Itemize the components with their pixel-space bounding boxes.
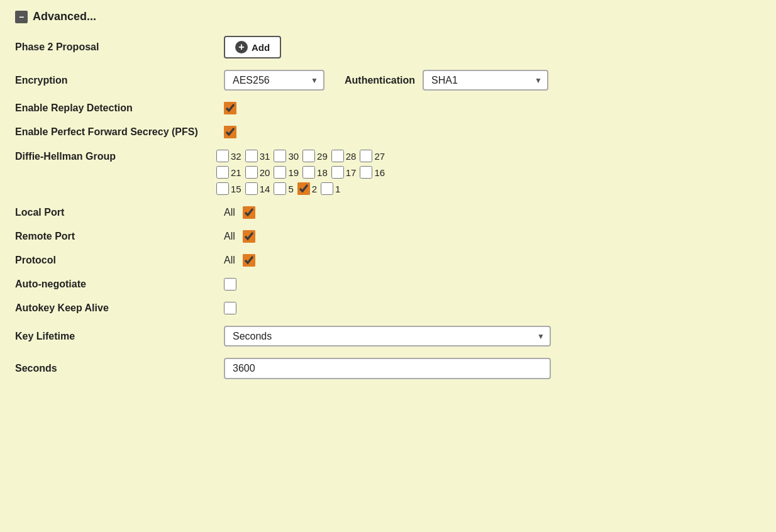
dh-item-27: 27 — [360, 150, 385, 162]
dh-item-28: 28 — [331, 150, 357, 162]
autokey-keep-alive-checkbox[interactable] — [224, 302, 236, 314]
dh-checkbox-1[interactable] — [321, 182, 333, 195]
phase2-proposal-row: Phase 2 Proposal + Add — [15, 36, 761, 58]
dh-item-20: 20 — [245, 166, 270, 179]
dh-label-17: 17 — [346, 167, 357, 178]
dh-item-15: 15 — [216, 182, 241, 195]
dh-row-3: 15 14 5 2 1 — [216, 182, 385, 195]
dh-label-20: 20 — [260, 167, 270, 178]
dh-item-21: 21 — [216, 166, 241, 179]
dh-label-14: 14 — [260, 184, 270, 194]
dh-label-32: 32 — [231, 151, 241, 162]
remote-port-all-label: All — [224, 231, 235, 242]
dh-item-29: 29 — [302, 150, 328, 162]
dh-checkbox-27[interactable] — [360, 150, 372, 162]
autokey-keep-alive-row: Autokey Keep Alive — [15, 302, 761, 314]
dh-row-2: 21 20 19 18 17 16 — [216, 166, 385, 179]
dh-checkbox-18[interactable] — [302, 166, 315, 179]
local-port-row: Local Port All — [15, 206, 761, 219]
pfs-label: Enable Perfect Forward Secrecy (PFS) — [15, 126, 216, 138]
key-lifetime-row: Key Lifetime Seconds Minutes Hours Days … — [15, 326, 761, 346]
dh-checkbox-14[interactable] — [245, 182, 258, 195]
dh-label-30: 30 — [288, 151, 299, 162]
dh-item-32: 32 — [216, 150, 241, 162]
authentication-select[interactable]: SHA1 SHA256 SHA512 MD5 — [423, 70, 548, 91]
dh-label-28: 28 — [346, 151, 357, 162]
dh-checkbox-20[interactable] — [245, 166, 258, 179]
pfs-checkbox[interactable] — [224, 126, 236, 138]
remote-port-row: Remote Port All — [15, 230, 761, 243]
dh-item-31: 31 — [245, 150, 270, 162]
encryption-label: Encryption — [15, 75, 216, 86]
protocol-all-checkbox[interactable] — [243, 254, 255, 267]
local-port-all-checkbox[interactable] — [243, 206, 255, 219]
encryption-auth-row: Encryption AES256 AES128 3DES DES ▼ Auth… — [15, 70, 761, 91]
auto-negotiate-checkbox[interactable] — [224, 278, 236, 291]
auth-group: Authentication SHA1 SHA256 SHA512 MD5 ▼ — [345, 70, 548, 91]
dh-row-1: 32 31 30 29 28 27 — [216, 150, 385, 162]
section-title: Advanced... — [33, 10, 96, 23]
dh-label-1: 1 — [335, 184, 340, 194]
dh-item-16: 16 — [360, 166, 385, 179]
dh-item-1: 1 — [321, 182, 340, 195]
key-lifetime-label: Key Lifetime — [15, 331, 216, 342]
seconds-row: Seconds 3600 — [15, 358, 761, 379]
dh-item-18: 18 — [302, 166, 328, 179]
auto-negotiate-label: Auto-negotiate — [15, 279, 216, 290]
replay-detection-checkbox[interactable] — [224, 102, 236, 114]
protocol-row: Protocol All — [15, 254, 761, 267]
add-button[interactable]: + Add — [224, 36, 281, 58]
dh-label-5: 5 — [288, 184, 293, 194]
dh-label-18: 18 — [317, 167, 328, 178]
replay-detection-row: Enable Replay Detection — [15, 102, 761, 114]
dh-item-5: 5 — [274, 182, 293, 195]
dh-checkbox-30[interactable] — [274, 150, 286, 162]
phase2-proposal-label: Phase 2 Proposal — [15, 42, 216, 53]
encryption-select[interactable]: AES256 AES128 3DES DES — [224, 70, 324, 91]
diffie-hellman-label: Diffie-Hellman Group — [15, 150, 216, 162]
dh-label-21: 21 — [231, 167, 241, 178]
dh-checkbox-5[interactable] — [274, 182, 286, 195]
diffie-hellman-row: Diffie-Hellman Group 32 31 30 29 28 — [15, 150, 761, 195]
dh-group-container: 32 31 30 29 28 27 — [216, 150, 385, 195]
pfs-row: Enable Perfect Forward Secrecy (PFS) — [15, 126, 761, 138]
local-port-label: Local Port — [15, 207, 216, 218]
dh-item-14: 14 — [245, 182, 270, 195]
authentication-label: Authentication — [345, 75, 415, 86]
autokey-keep-alive-label: Autokey Keep Alive — [15, 302, 216, 314]
dh-checkbox-32[interactable] — [216, 150, 229, 162]
dh-item-2: 2 — [297, 182, 317, 195]
dh-item-19: 19 — [274, 166, 299, 179]
dh-label-2: 2 — [312, 184, 317, 194]
local-port-all-label: All — [224, 207, 235, 218]
dh-checkbox-15[interactable] — [216, 182, 229, 195]
plus-icon: + — [235, 41, 248, 53]
remote-port-label: Remote Port — [15, 231, 216, 242]
dh-checkbox-31[interactable] — [245, 150, 258, 162]
section-header: − Advanced... — [15, 10, 761, 23]
key-lifetime-select[interactable]: Seconds Minutes Hours Days — [224, 326, 551, 346]
collapse-icon[interactable]: − — [15, 11, 28, 23]
dh-item-30: 30 — [274, 150, 299, 162]
dh-label-27: 27 — [374, 151, 385, 162]
replay-detection-label: Enable Replay Detection — [15, 103, 216, 114]
protocol-label: Protocol — [15, 255, 216, 266]
dh-checkbox-21[interactable] — [216, 166, 229, 179]
dh-checkbox-29[interactable] — [302, 150, 315, 162]
encryption-select-wrapper: AES256 AES128 3DES DES ▼ — [224, 70, 324, 91]
remote-port-all-checkbox[interactable] — [243, 230, 255, 243]
dh-checkbox-17[interactable] — [331, 166, 344, 179]
dh-label-15: 15 — [231, 184, 241, 194]
protocol-all-label: All — [224, 255, 235, 266]
seconds-input[interactable]: 3600 — [224, 358, 551, 379]
authentication-select-wrapper: SHA1 SHA256 SHA512 MD5 ▼ — [423, 70, 548, 91]
dh-label-29: 29 — [317, 151, 328, 162]
dh-checkbox-28[interactable] — [331, 150, 344, 162]
dh-item-17: 17 — [331, 166, 357, 179]
dh-checkbox-19[interactable] — [274, 166, 286, 179]
seconds-label: Seconds — [15, 363, 216, 374]
dh-label-16: 16 — [374, 167, 385, 178]
add-button-label: Add — [252, 42, 270, 53]
dh-checkbox-2[interactable] — [297, 182, 310, 195]
dh-checkbox-16[interactable] — [360, 166, 372, 179]
